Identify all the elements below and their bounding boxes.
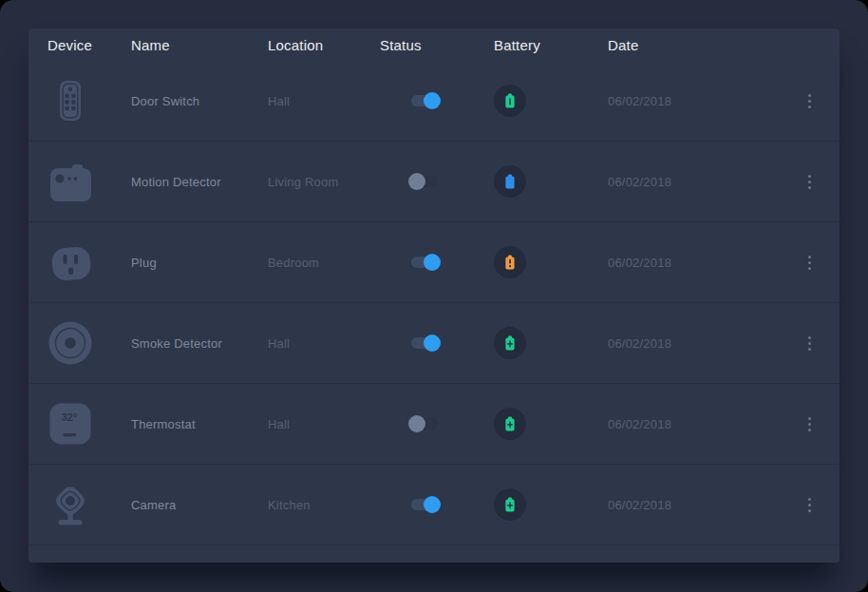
battery-indicator bbox=[494, 165, 526, 198]
column-header-name: Name bbox=[131, 37, 268, 53]
motion-icon bbox=[47, 159, 93, 204]
toggle-knob bbox=[408, 415, 425, 432]
device-name: Plug bbox=[131, 256, 268, 270]
device-table-card: Device Name Location Status Battery Date… bbox=[28, 29, 840, 563]
status-toggle[interactable] bbox=[408, 173, 441, 190]
device-location: Hall bbox=[268, 336, 380, 351]
table-row: Smoke Detector Hall 06/02/2018 bbox=[28, 303, 840, 384]
kebab-menu-icon[interactable] bbox=[802, 169, 817, 195]
status-cell bbox=[380, 415, 494, 432]
battery-indicator bbox=[494, 246, 526, 278]
device-date: 06/02/2018 bbox=[608, 175, 779, 189]
device-name: Motion Detector bbox=[131, 175, 268, 189]
status-toggle[interactable] bbox=[408, 92, 441, 109]
device-location: Hall bbox=[268, 94, 380, 108]
kebab-menu-icon[interactable] bbox=[802, 250, 817, 276]
battery-cell bbox=[494, 408, 608, 440]
menu-cell bbox=[779, 169, 840, 195]
thermostat-icon bbox=[47, 401, 93, 447]
column-header-location: Location bbox=[268, 37, 380, 53]
screen: Device Name Location Status Battery Date… bbox=[0, 0, 868, 592]
device-cell bbox=[28, 320, 131, 366]
kebab-menu-icon[interactable] bbox=[802, 88, 817, 114]
menu-cell bbox=[779, 331, 840, 356]
table-row: Motion Detector Living Room 06/ bbox=[28, 142, 840, 222]
battery-cell bbox=[494, 246, 608, 278]
column-header-status: Status bbox=[380, 37, 494, 53]
table-row: Door Switch Hall 06/02/2018 bbox=[28, 61, 840, 142]
battery-indicator bbox=[494, 85, 526, 117]
device-date: 06/02/2018 bbox=[608, 94, 779, 108]
battery-icon bbox=[500, 414, 519, 433]
battery-cell bbox=[494, 85, 608, 117]
column-header-battery: Battery bbox=[494, 37, 608, 53]
table-row: Camera Kitchen 06/02/2018 bbox=[28, 465, 840, 545]
status-toggle[interactable] bbox=[408, 254, 441, 271]
menu-cell bbox=[779, 250, 840, 276]
battery-icon bbox=[500, 91, 519, 110]
toggle-knob bbox=[424, 334, 441, 352]
toggle-knob bbox=[424, 254, 441, 271]
battery-icon bbox=[500, 334, 519, 353]
kebab-menu-icon[interactable] bbox=[802, 411, 817, 437]
battery-indicator bbox=[494, 408, 526, 440]
table-row: Plug Bedroom 06/02/2018 bbox=[28, 222, 840, 303]
toggle-knob bbox=[424, 496, 441, 513]
device-cell bbox=[28, 401, 131, 447]
status-cell bbox=[380, 173, 494, 190]
plug-icon bbox=[47, 239, 93, 285]
battery-icon bbox=[500, 495, 519, 514]
column-header-device: Device bbox=[28, 37, 131, 53]
device-name: Door Switch bbox=[131, 94, 268, 108]
toggle-knob bbox=[424, 92, 441, 109]
status-cell bbox=[380, 92, 494, 109]
status-cell bbox=[380, 496, 494, 513]
camera-icon bbox=[47, 482, 93, 527]
device-cell bbox=[28, 159, 131, 204]
device-location: Living Room bbox=[268, 175, 380, 189]
device-date: 06/02/2018 bbox=[608, 498, 779, 512]
device-name: Camera bbox=[131, 498, 268, 512]
table-body: Door Switch Hall 06/02/2018 bbox=[28, 61, 840, 545]
battery-indicator bbox=[494, 327, 526, 359]
device-location: Bedroom bbox=[268, 256, 380, 270]
menu-cell bbox=[779, 88, 840, 114]
remote-icon bbox=[47, 78, 93, 124]
battery-cell bbox=[494, 327, 608, 359]
device-date: 06/02/2018 bbox=[608, 417, 779, 431]
device-name: Thermostat bbox=[131, 417, 268, 431]
menu-cell bbox=[779, 492, 840, 518]
status-toggle[interactable] bbox=[408, 496, 441, 513]
device-date: 06/02/2018 bbox=[608, 336, 779, 351]
device-cell bbox=[28, 78, 131, 124]
status-cell bbox=[380, 334, 494, 352]
device-cell bbox=[28, 239, 131, 285]
table-row: Thermostat Hall 06/02/2018 bbox=[28, 384, 840, 465]
kebab-menu-icon[interactable] bbox=[802, 492, 817, 518]
status-cell bbox=[380, 254, 494, 271]
device-location: Kitchen bbox=[268, 498, 380, 512]
battery-cell bbox=[494, 165, 608, 198]
battery-indicator bbox=[494, 488, 526, 521]
device-location: Hall bbox=[268, 417, 380, 431]
table-header: Device Name Location Status Battery Date bbox=[28, 29, 840, 61]
battery-cell bbox=[494, 488, 608, 521]
device-date: 06/02/2018 bbox=[608, 256, 779, 270]
battery-icon bbox=[500, 172, 519, 191]
device-name: Smoke Detector bbox=[131, 336, 268, 351]
menu-cell bbox=[779, 411, 840, 437]
toggle-knob bbox=[408, 173, 425, 190]
battery-icon bbox=[500, 253, 519, 272]
device-cell bbox=[28, 482, 131, 527]
status-toggle[interactable] bbox=[408, 415, 441, 432]
column-header-date: Date bbox=[608, 37, 779, 53]
smoke-icon bbox=[47, 320, 93, 366]
kebab-menu-icon[interactable] bbox=[802, 331, 817, 356]
status-toggle[interactable] bbox=[408, 334, 441, 352]
